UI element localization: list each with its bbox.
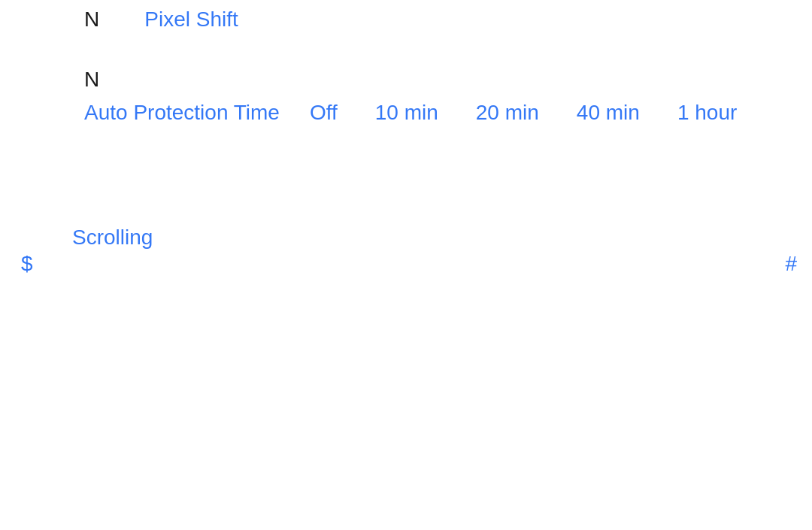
- time-option-10min[interactable]: 10 min: [375, 101, 438, 125]
- time-option-20min[interactable]: 20 min: [476, 101, 539, 125]
- time-option-1hour[interactable]: 1 hour: [677, 101, 737, 125]
- n-label-1: N: [84, 8, 99, 32]
- scrolling-label[interactable]: Scrolling: [72, 226, 153, 250]
- auto-protection-label[interactable]: Auto Protection Time: [84, 101, 280, 125]
- time-option-40min[interactable]: 40 min: [577, 101, 640, 125]
- time-option-off[interactable]: Off: [310, 101, 338, 125]
- hash-symbol: #: [785, 252, 797, 276]
- dollar-symbol: $: [21, 252, 33, 276]
- n-label-2: N: [84, 68, 99, 92]
- auto-protection-row: Auto Protection Time Off 10 min 20 min 4…: [84, 101, 737, 125]
- pixel-shift-row: N Pixel Shift: [84, 8, 238, 32]
- page-container: N Pixel Shift N Auto Protection Time Off…: [0, 0, 812, 530]
- pixel-shift-label[interactable]: Pixel Shift: [144, 8, 238, 32]
